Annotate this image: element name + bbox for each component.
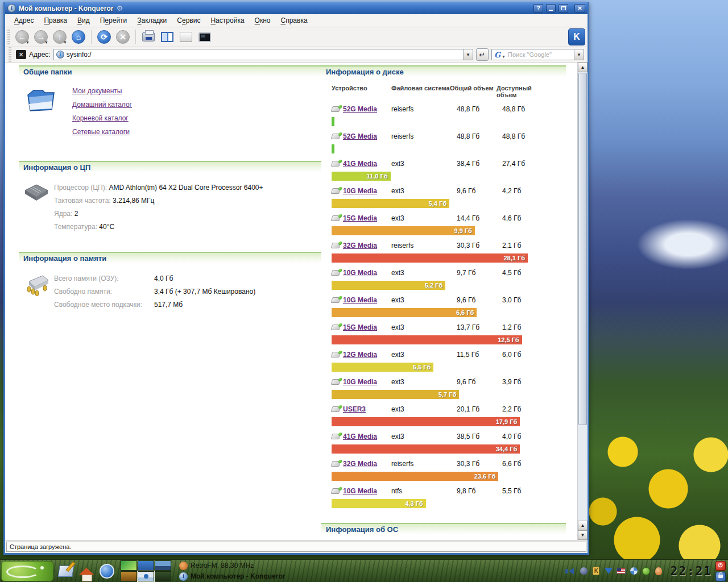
search-box[interactable]: G ▼ ▼ [491,49,584,60]
desktop-2[interactable] [138,560,154,571]
minimize-button[interactable] [546,4,556,13]
locbar-grip[interactable] [9,47,11,62]
disk-entry-13: 32G Mediareiserfs30,3 Гб6,6 Гб23,6 Гб [332,458,561,481]
device-link[interactable]: USER3 [343,405,366,413]
scroll-up-button[interactable]: ▲ [578,63,588,72]
tray-flag-icon[interactable] [617,566,626,576]
total-size-cell: 20,1 Гб [450,405,497,413]
device-link[interactable]: 41G Media [343,433,377,440]
desktop-4[interactable] [121,571,137,581]
folder-link-3[interactable]: Сетевые каталоги [72,128,132,136]
menu-настройка[interactable]: Настройка [206,15,249,26]
kwrite-launcher[interactable] [57,562,75,580]
maximize-button[interactable] [559,4,568,13]
print-button[interactable] [140,28,157,45]
device-link[interactable]: 12G Media [343,351,377,359]
kde-logo-button[interactable]: K [568,28,585,45]
scrollbar-thumb[interactable] [578,73,587,425]
device-link[interactable]: 52G Media [343,132,377,140]
go-button[interactable]: ↵ [476,48,489,61]
tray-volume-icon[interactable] [566,566,576,576]
device-link[interactable]: 10G Media [343,487,377,495]
kmenu-button[interactable] [1,561,53,581]
device-link[interactable]: 15G Media [343,214,377,222]
scrollbar-track[interactable] [578,426,588,521]
taskbar-clock[interactable]: 22:21 [671,564,712,578]
menu-перейти[interactable]: Перейти [96,15,132,26]
up-button[interactable]: ↑ ▼ [51,28,68,45]
logout-button[interactable]: ⏻ [715,561,726,571]
cpu-row-label: Тактовая частота: [54,197,113,205]
home-launcher[interactable] [77,562,96,580]
menu-сервис[interactable]: Сервис [172,15,205,26]
toolbar-grip[interactable] [7,30,10,44]
tray-bug-icon[interactable] [579,566,589,576]
device-link[interactable]: 10G Media [343,296,377,304]
url-sysinfo-icon: i [56,51,64,59]
menu-адрес[interactable]: Адрес [10,15,38,26]
disk-row: 52G Mediareiserfs48,8 Гб48,8 Гб [332,103,561,115]
search-input[interactable] [506,51,574,58]
single-view-button[interactable] [177,28,195,45]
task-1[interactable]: iМой компьютер - Konqueror [177,571,382,581]
desktop-1[interactable] [121,560,137,571]
available-size-cell: 48,8 Гб [497,105,553,113]
desktop-3[interactable] [155,560,171,571]
usage-bar-track: 5,5 Гб [332,363,528,372]
desktop-pager [121,560,171,581]
split-view-button[interactable] [159,28,176,45]
tray-prop-icon[interactable] [629,566,639,576]
device-link[interactable]: 10G Media [343,187,377,195]
menu-закладки[interactable]: Закладки [133,15,171,26]
close-button[interactable]: ✕ [574,4,585,13]
menu-вид[interactable]: Вид [73,15,94,26]
folder-link-2[interactable]: Корневой каталог [72,114,132,122]
forward-button[interactable]: → ▼ [32,28,49,45]
menu-правка[interactable]: Правка [39,15,72,26]
scroll-up-button-2[interactable]: ▲ [578,521,588,530]
home-button[interactable]: ⌂ [70,28,87,45]
help-button[interactable]: ? [533,4,543,13]
scroll-down-button[interactable]: ▼ [578,530,588,540]
task-0[interactable]: RetroFM, 88.30 MHz [177,560,382,571]
address-combobox[interactable]: i ▼ [53,49,473,60]
menu-окно[interactable]: Окно [250,15,275,26]
device-cell: 10G Media [332,187,391,195]
device-link[interactable]: 10G Media [343,269,377,277]
address-input[interactable] [67,51,463,59]
device-link[interactable]: 52G Media [343,105,377,113]
vertical-scrollbar[interactable]: ▲ ▲ ▼ [577,63,588,540]
desktop-6[interactable] [155,571,171,581]
clear-location-button[interactable]: ✕ [16,50,26,59]
folder-link-0[interactable]: Мои документы [72,87,132,95]
konqueror-task-icon: i [179,572,188,581]
desktop-5-active[interactable] [138,571,154,581]
device-link[interactable]: 15G Media [343,323,377,331]
device-link[interactable]: 32G Media [343,460,377,468]
address-dropdown-button[interactable]: ▼ [463,49,473,60]
device-link[interactable]: 10G Media [343,378,377,386]
tray-kget-icon[interactable] [604,566,614,576]
suse-chameleon-eye [40,566,44,569]
device-cell: 10G Media [332,378,391,386]
menu-справка[interactable]: Справка [276,15,312,26]
tray-ear-icon[interactable] [654,566,664,576]
device-icon [331,270,341,276]
usage-bar-track: 28,1 Гб [332,253,528,263]
reload-button[interactable]: ⟳ [96,28,113,45]
back-button[interactable]: ← ▼ [14,28,31,45]
folder-link-1[interactable]: Домашний каталог [72,101,132,109]
tray-updater-icon[interactable] [642,566,651,576]
title-bar[interactable]: i Мой компьютер - Konqueror ⚙ ? ✕ [5,2,588,14]
memory-row-label: Свободное место подкачки: [54,298,154,311]
tray-klipper-icon[interactable]: K [592,566,601,576]
konqueror-launcher[interactable] [98,562,116,580]
search-dropdown-button[interactable]: ▼ [574,49,584,60]
stop-button[interactable]: ✕ [114,28,131,45]
lock-button[interactable] [715,572,726,581]
terminal-button[interactable] [196,28,213,45]
device-link[interactable]: 32G Media [343,242,377,250]
device-link[interactable]: 41G Media [343,160,377,168]
total-size-cell: 30,3 Гб [450,242,497,250]
usage-bar-track: 5,2 Гб [332,281,528,290]
